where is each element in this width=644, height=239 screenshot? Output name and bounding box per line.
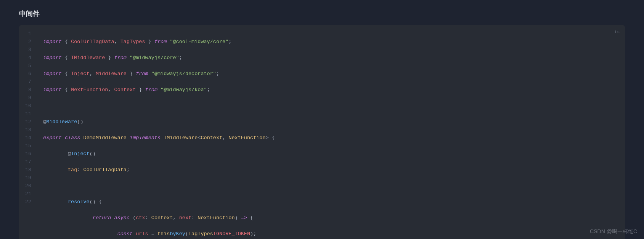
code-line: @Inject() bbox=[43, 150, 618, 158]
line-number: 1 bbox=[25, 30, 31, 38]
line-number: 10 bbox=[25, 102, 31, 110]
language-badge: ts bbox=[615, 28, 620, 36]
line-number: 8 bbox=[25, 86, 31, 94]
line-number: 2 bbox=[25, 38, 31, 46]
code-line: @Middleware() bbox=[43, 118, 618, 126]
line-number: 6 bbox=[25, 70, 31, 78]
code-line: tag: CoolUrlTagData; bbox=[43, 166, 618, 174]
line-number: 3 bbox=[25, 46, 31, 54]
line-number: 5 bbox=[25, 62, 31, 70]
line-number: 7 bbox=[25, 78, 31, 86]
line-number: 18 bbox=[25, 166, 31, 174]
code-line: export class DemoMiddleware implements I… bbox=[43, 134, 618, 142]
line-number: 19 bbox=[25, 174, 31, 182]
section-heading: 中间件 bbox=[19, 0, 625, 25]
line-number: 15 bbox=[25, 142, 31, 150]
code-line: return async (ctx: Context, next: NextFu… bbox=[43, 214, 618, 222]
code-line: resolve() { bbox=[43, 198, 618, 206]
code-line: import { Inject, Middleware } from "@mid… bbox=[43, 70, 618, 78]
line-number: 14 bbox=[25, 134, 31, 142]
code-content[interactable]: import { CoolUrlTagData, TagTypes } from… bbox=[36, 25, 625, 239]
code-line: import { IMiddleware } from "@midwayjs/c… bbox=[43, 54, 618, 62]
code-block: ts 1 2 3 4 5 6 7 8 9 10 11 12 13 14 15 1… bbox=[19, 25, 625, 239]
line-number: 22 bbox=[25, 198, 31, 206]
code-line: import { NextFunction, Context } from "@… bbox=[43, 86, 618, 94]
code-line bbox=[43, 182, 618, 190]
code-line: import { CoolUrlTagData, TagTypes } from… bbox=[43, 38, 618, 46]
line-number: 17 bbox=[25, 158, 31, 166]
line-number-gutter: 1 2 3 4 5 6 7 8 9 10 11 12 13 14 15 16 1… bbox=[19, 25, 36, 239]
line-number: 9 bbox=[25, 94, 31, 102]
code-line: const urls = thisbyKey(TagTypesIGNORE_TO… bbox=[43, 230, 618, 238]
line-number: 16 bbox=[25, 150, 31, 158]
line-number: 13 bbox=[25, 126, 31, 134]
line-number: 4 bbox=[25, 54, 31, 62]
line-number: 12 bbox=[25, 118, 31, 126]
line-number: 21 bbox=[25, 190, 31, 198]
page-root: 中间件 ts 1 2 3 4 5 6 7 8 9 10 11 12 13 14 … bbox=[0, 0, 644, 239]
watermark-text: CSDN @喝一杯维C bbox=[590, 228, 637, 235]
code-line bbox=[43, 102, 618, 110]
line-number: 20 bbox=[25, 182, 31, 190]
line-number: 11 bbox=[25, 110, 31, 118]
